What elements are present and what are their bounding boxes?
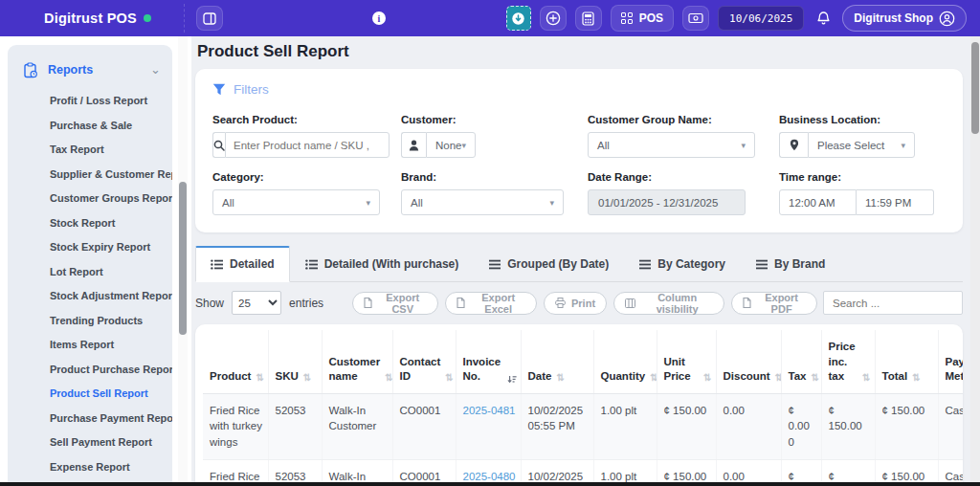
sidebar-item-product-sell-report[interactable]: Product Sell Report: [8, 382, 172, 407]
export-pdf-button[interactable]: Export PDF: [731, 292, 817, 315]
shop-account-button[interactable]: Digitrust Shop: [842, 5, 967, 32]
sidebar-item-trending-products[interactable]: Trending Products: [8, 309, 172, 334]
time-end-input[interactable]: [857, 189, 934, 215]
sidebar-item-stock-adjustment-report[interactable]: Stock Adjustment Report: [8, 284, 172, 309]
cell-invoice-no: 2025-0480: [456, 459, 521, 482]
calculator-button[interactable]: [575, 6, 602, 31]
column-header-customer-name[interactable]: Customer name⇅: [322, 330, 392, 393]
sort-icon: ⇅: [303, 371, 311, 385]
main-content: Product Sell Report Filters Search Produ…: [191, 36, 970, 482]
cash-register-button[interactable]: [682, 6, 709, 31]
filter-time-range: Time range:: [779, 171, 946, 215]
sidebar-items: Profit / Loss Report Purchase & Sale Tax…: [8, 89, 172, 486]
filter-business-location: Business Location: Please Select ▾: [779, 114, 946, 158]
sidebar-item-profit-loss-report[interactable]: Profit / Loss Report: [8, 89, 172, 114]
sidebar-item-supplier-customer-report[interactable]: Supplier & Customer Report: [8, 163, 172, 188]
export-excel-button[interactable]: Export Excel: [445, 292, 537, 315]
sort-icon: ⇅: [256, 371, 263, 385]
date-range-input[interactable]: 01/01/2025 - 12/31/2025: [588, 189, 746, 215]
sidebar-panel: Reports ⌄ Profit / Loss Report Purchase …: [8, 45, 172, 486]
sidebar-item-sell-payment-report[interactable]: Sell Payment Report: [8, 431, 172, 455]
customer-select[interactable]: None ▾: [426, 132, 476, 158]
column-header-sku[interactable]: SKU⇅: [268, 330, 322, 393]
column-header-invoice-no[interactable]: Invoice No.: [456, 330, 521, 393]
cell-contact-id: CO0001: [392, 393, 456, 459]
invoice-link[interactable]: 2025-0481: [463, 405, 516, 416]
calculator-toggle-button[interactable]: [506, 6, 531, 31]
business-location-select[interactable]: Please Select ▾: [808, 132, 915, 158]
export-csv-button[interactable]: Export CSV: [352, 292, 438, 315]
column-header-date[interactable]: Date⇅: [521, 330, 593, 393]
cell-unit-price: ¢ 150.00: [657, 459, 716, 482]
column-header-unit-price[interactable]: Unit Price⇅: [657, 330, 716, 393]
file-icon: [364, 298, 372, 308]
customer-group-select[interactable]: All ▾: [588, 132, 755, 158]
table-header-row: Product⇅ SKU⇅ Customer name⇅ Contact ID⇅…: [203, 330, 963, 393]
caret-down-icon: ▾: [741, 141, 746, 150]
cell-date: 10/02/2025 05:55 PM: [521, 393, 593, 459]
sidebar-item-lot-report[interactable]: Lot Report: [8, 260, 172, 285]
sidebar-scrollbar-thumb[interactable]: [179, 182, 187, 335]
tab-grouped-by-date[interactable]: Grouped (By Date): [474, 247, 624, 282]
search-product-input[interactable]: [225, 132, 390, 158]
column-header-quantity[interactable]: Quantity⇅: [593, 330, 657, 393]
chevron-down-icon: ⌄: [150, 65, 161, 75]
column-header-contact-id[interactable]: Contact ID⇅: [392, 330, 456, 393]
table-row: Fried Rice 52053 Walk-In CO0001 2025-048…: [203, 459, 963, 482]
filter-customer-group: Customer Group Name: All ▾: [588, 114, 765, 158]
sidebar-scrollbar[interactable]: [178, 36, 188, 482]
report-table: Product⇅ SKU⇅ Customer name⇅ Contact ID⇅…: [203, 330, 963, 482]
nav-divider: [184, 4, 185, 33]
column-header-payment-method[interactable]: Payment Method: [938, 330, 963, 393]
sidebar-item-product-purchase-report[interactable]: Product Purchase Report: [8, 358, 172, 383]
page-scrollbar-thumb[interactable]: [971, 42, 979, 134]
filter-funnel-icon: [212, 83, 226, 96]
page-size-select[interactable]: 25: [232, 291, 281, 315]
table-search-input[interactable]: [823, 291, 963, 315]
print-button[interactable]: Print: [544, 292, 607, 315]
column-header-price-inc-tax[interactable]: Price inc. tax⇅: [821, 330, 875, 393]
sort-icon: ⇅: [650, 371, 657, 385]
brand-select[interactable]: All ▾: [401, 189, 564, 215]
filter-category: Category: All ▾: [212, 171, 387, 215]
column-visibility-button[interactable]: Column visibility: [613, 292, 724, 315]
sidebar-item-items-report[interactable]: Items Report: [8, 333, 172, 358]
sidebar-item-expense-report[interactable]: Expense Report: [8, 455, 172, 480]
sidebar-item-stock-expiry-report[interactable]: Stock Expiry Report: [8, 235, 172, 260]
sidebar-section-reports[interactable]: Reports ⌄: [8, 58, 172, 81]
tab-by-category[interactable]: By Category: [624, 247, 741, 282]
add-button[interactable]: [540, 6, 567, 31]
page-scrollbar[interactable]: [970, 36, 980, 482]
column-header-tax[interactable]: Tax⇅: [781, 330, 821, 393]
column-header-discount[interactable]: Discount⇅: [716, 330, 781, 393]
pos-button[interactable]: POS: [611, 5, 674, 32]
current-date-button[interactable]: 10/06/2025: [718, 6, 804, 31]
filter-date-range: Date Range: 01/01/2025 - 12/31/2025: [588, 171, 765, 215]
invoice-link[interactable]: 2025-0480: [463, 471, 516, 482]
file-icon: [743, 298, 751, 308]
sidebar-item-stock-report[interactable]: Stock Report: [8, 211, 172, 236]
category-select[interactable]: All ▾: [212, 189, 380, 215]
sidebar-item-purchase-payment-report[interactable]: Purchase Payment Report: [8, 407, 172, 431]
time-start-input[interactable]: [779, 189, 857, 215]
notifications-button[interactable]: [813, 6, 834, 31]
sidebar-item-tax-report[interactable]: Tax Report: [8, 138, 172, 163]
sidebar-toggle-button[interactable]: [196, 6, 223, 31]
sidebar-item-customer-groups-report[interactable]: Customer Groups Report: [8, 187, 172, 211]
sort-icon: ⇅: [775, 371, 781, 385]
tab-detailed-with-purchase[interactable]: Detailed (With purchase): [290, 247, 475, 282]
caret-down-icon: ▾: [549, 198, 554, 208]
cash-icon: [688, 12, 703, 24]
column-header-total[interactable]: Total⇅: [875, 330, 938, 393]
info-icon[interactable]: i: [372, 11, 386, 25]
tab-detailed[interactable]: Detailed: [195, 246, 290, 282]
location-pin-icon: [779, 132, 808, 158]
cell-total: ¢ 150.00: [875, 459, 938, 482]
page-title: Product Sell Report: [195, 40, 963, 69]
filters-header[interactable]: Filters: [212, 82, 946, 97]
sidebar-item-purchase-sale[interactable]: Purchase & Sale: [8, 114, 172, 139]
show-label: Show: [195, 297, 224, 310]
column-header-product[interactable]: Product⇅: [203, 330, 268, 393]
tab-by-brand[interactable]: By Brand: [741, 247, 840, 282]
cell-sku: 52053: [268, 393, 322, 459]
